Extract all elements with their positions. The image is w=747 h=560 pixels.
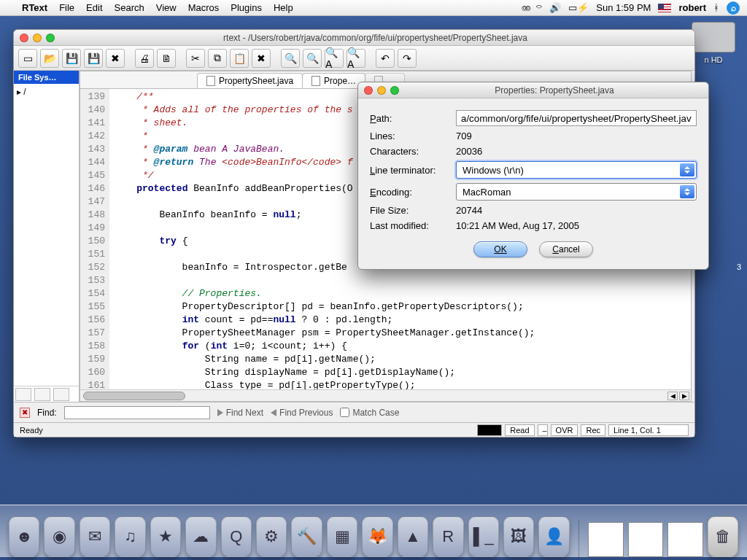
replace-button[interactable]: 🔍A <box>325 49 344 68</box>
dock-preview[interactable]: 🖼 <box>503 516 534 557</box>
save-button[interactable]: 💾 <box>62 49 81 68</box>
dock-finder[interactable]: ☻ <box>9 516 39 557</box>
dock-itunes[interactable]: ♫ <box>115 516 145 557</box>
tab-propertysheet[interactable]: PropertySheet.java <box>197 73 303 88</box>
mod-value: 10:21 AM Wed, Aug 17, 2005 <box>456 220 697 231</box>
menu-view[interactable]: View <box>156 2 177 13</box>
dialog-minimize-button[interactable] <box>377 86 386 95</box>
find-button[interactable]: 🔍 <box>281 49 300 68</box>
bluetooth-icon[interactable]: ᚼ <box>713 2 719 13</box>
spotlight-icon[interactable]: ⌕ <box>727 1 740 15</box>
close-find-button[interactable]: ✖ <box>20 408 30 418</box>
dock-vlc[interactable]: ▲ <box>398 516 428 557</box>
line-terminator-select[interactable]: Windows (\r\n) <box>456 161 697 179</box>
sidebar-view-icon-2[interactable] <box>34 388 50 401</box>
chars-value: 20036 <box>456 146 697 157</box>
open-file-button[interactable]: 📂 <box>40 49 59 68</box>
desktop-badge: 3 <box>737 262 741 271</box>
dock-minimized-3[interactable] <box>667 522 703 557</box>
sidebar-header[interactable]: File Sys… <box>14 71 79 84</box>
tree-root[interactable]: / <box>23 87 26 97</box>
scrollbar-thumb[interactable] <box>83 392 185 400</box>
horizontal-scrollbar[interactable]: ◀ ▶ <box>80 389 691 401</box>
dock-systemprefs[interactable]: ⚙ <box>256 516 287 557</box>
mod-label: Last modified: <box>370 220 456 231</box>
dock-quicktime[interactable]: Q <box>221 516 252 557</box>
zoom-window-button[interactable] <box>46 34 55 42</box>
dock-terminal[interactable]: ▌_ <box>468 516 499 557</box>
binoculars-icon[interactable]: ⌾⌾ <box>522 2 529 13</box>
chars-label: Characters: <box>370 146 456 157</box>
menu-file[interactable]: File <box>59 2 74 13</box>
ok-button[interactable]: OK <box>473 241 527 257</box>
status-caps-box <box>477 424 502 436</box>
wifi-icon[interactable]: ⌔ <box>536 2 542 13</box>
encoding-select[interactable]: MacRoman <box>456 183 697 201</box>
battery-icon[interactable]: ▭⚡ <box>568 2 589 13</box>
user-menu[interactable]: robert <box>678 2 706 13</box>
dock-minimized-2[interactable] <box>628 522 663 557</box>
save-all-button[interactable]: 💾 <box>84 49 103 68</box>
print-preview-button[interactable]: 🗎 <box>157 49 176 68</box>
find-previous-button[interactable]: Find Previous <box>271 408 333 418</box>
find-next-button[interactable]: 🔍 <box>303 49 322 68</box>
sidebar-view-icon-1[interactable] <box>15 388 31 401</box>
dock-ichat[interactable]: ☁ <box>185 516 216 557</box>
undo-button[interactable]: ↶ <box>376 49 395 68</box>
replace-next-button[interactable]: 🔍A <box>347 49 365 68</box>
minimize-window-button[interactable] <box>33 34 42 42</box>
sidebar-bottom-controls <box>14 386 79 402</box>
sidebar-view-icon-3[interactable] <box>53 388 69 401</box>
tab-secondary-1[interactable]: Prope… <box>302 73 365 88</box>
file-tree[interactable]: ▸ / <box>14 84 79 386</box>
scroll-left-icon[interactable]: ◀ <box>667 392 678 400</box>
dialog-zoom-button[interactable] <box>390 86 399 95</box>
match-case-checkbox[interactable]: Match Case <box>340 408 399 418</box>
dock-separator <box>578 521 580 557</box>
find-next-button[interactable]: Find Next <box>217 408 263 418</box>
dock-trash[interactable]: 🗑 <box>708 516 738 557</box>
dialog-close-button[interactable] <box>364 86 373 95</box>
menu-macros[interactable]: Macros <box>188 2 220 13</box>
volume-icon[interactable]: 🔊 <box>549 2 561 13</box>
menu-help[interactable]: Help <box>274 2 293 13</box>
copy-button[interactable]: ⧉ <box>208 49 227 68</box>
clock[interactable]: Sun 1:59 PM <box>596 2 651 13</box>
dock-mail[interactable]: ✉ <box>80 516 110 557</box>
app-name[interactable]: RText <box>22 2 47 13</box>
lines-label: Lines: <box>370 131 456 141</box>
desktop-hd[interactable]: n HD <box>692 22 735 64</box>
dock-rtext[interactable]: R <box>433 516 463 557</box>
dock-xcode[interactable]: 🔨 <box>291 516 322 557</box>
print-button[interactable]: 🖨 <box>135 49 154 68</box>
cancel-button[interactable]: Cancel <box>539 241 593 257</box>
dock-dashboard[interactable]: ◉ <box>44 516 74 557</box>
dock-imovie[interactable]: ★ <box>150 516 181 557</box>
menu-plugins[interactable]: Plugins <box>231 2 262 13</box>
dock: ☻ ◉ ✉ ♫ ★ ☁ Q ⚙ 🔨 ▦ 🦊 ▲ R ▌_ 🖼 👤 🗑 <box>0 505 747 557</box>
hd-label: n HD <box>692 55 735 64</box>
close-button[interactable]: ✖ <box>106 49 125 68</box>
input-source-flag-icon[interactable] <box>658 4 671 12</box>
new-file-button[interactable]: ▭ <box>18 49 37 68</box>
dialog-title: Properties: PropertySheet.java <box>406 85 703 96</box>
delete-button[interactable]: ✖ <box>252 49 271 68</box>
dock-interfacebuilder[interactable]: ▦ <box>327 516 357 557</box>
scroll-right-icon[interactable]: ▶ <box>679 392 689 400</box>
dock-firefox[interactable]: 🦊 <box>362 516 392 557</box>
status-ovr: OVR <box>551 424 578 436</box>
status-position: Line 1, Col. 1 <box>608 424 689 436</box>
path-field[interactable] <box>456 110 697 126</box>
close-window-button[interactable] <box>20 34 28 42</box>
dock-contact[interactable]: 👤 <box>538 516 569 557</box>
dock-minimized-1[interactable] <box>588 522 623 557</box>
toolbar: ▭ 📂 💾 💾 ✖ 🖨 🗎 ✂ ⧉ 📋 ✖ 🔍 🔍 🔍A 🔍A ↶ ↷ <box>14 46 694 71</box>
cut-button[interactable]: ✂ <box>186 49 205 68</box>
redo-button[interactable]: ↷ <box>398 49 417 68</box>
find-input[interactable] <box>64 406 210 419</box>
menu-search[interactable]: Search <box>115 2 144 13</box>
dialog-titlebar[interactable]: Properties: PropertySheet.java <box>358 82 708 98</box>
menu-edit[interactable]: Edit <box>86 2 102 13</box>
paste-button[interactable]: 📋 <box>230 49 249 68</box>
window-titlebar[interactable]: rtext - /Users/robert/rjava/common/org/f… <box>14 30 694 46</box>
